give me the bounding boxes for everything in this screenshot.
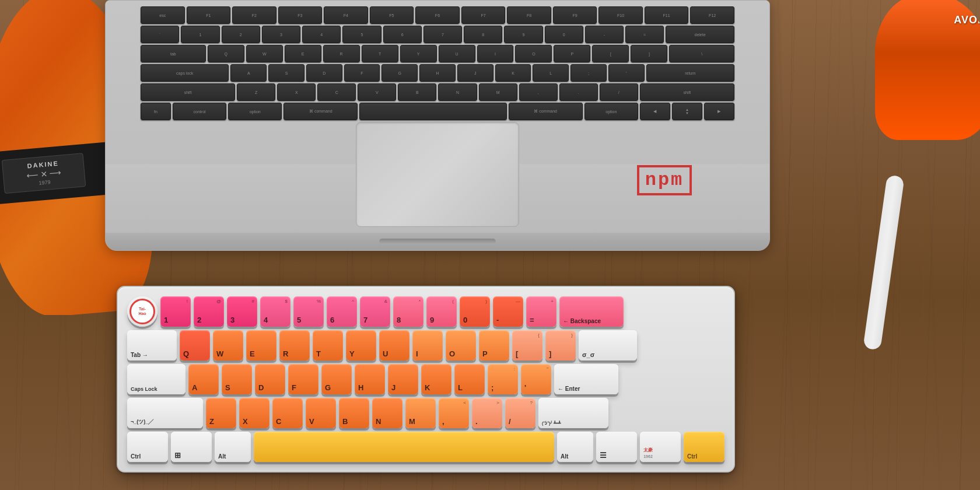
key-taihao-logo[interactable]: Tai-Hao: [127, 296, 158, 327]
lkey-n: N: [438, 83, 477, 101]
key-t[interactable]: T: [313, 330, 343, 360]
lkey-v: V: [358, 83, 396, 101]
lkey-left: ◀: [640, 103, 670, 120]
key-emoticon-right[interactable]: σ_σ: [579, 330, 637, 360]
key-p[interactable]: P: [479, 330, 509, 360]
key-y[interactable]: Y: [346, 330, 376, 360]
key-rshift[interactable]: (°ʖ°)╯ ┻━┻: [538, 398, 608, 428]
key-k[interactable]: K: [421, 364, 452, 394]
lkey-rbracket: ]: [631, 45, 667, 62]
key-taihao-1962[interactable]: 太豪1962: [640, 432, 681, 462]
key-menu[interactable]: ☰: [596, 432, 637, 462]
key-7[interactable]: & 7: [360, 296, 390, 327]
key-6[interactable]: ^ 6: [327, 296, 357, 327]
key-equals[interactable]: + =: [526, 296, 556, 327]
key-enter[interactable]: ← Enter: [554, 364, 618, 394]
key-e[interactable]: E: [246, 330, 276, 360]
key-i[interactable]: I: [412, 330, 443, 360]
key-z[interactable]: Z: [206, 398, 236, 428]
key-lshift[interactable]: ¬_(ツ)_╱: [127, 398, 203, 428]
key-j-label: J: [391, 383, 396, 392]
lkey-f8: F8: [507, 6, 551, 24]
key-f-label: F: [292, 383, 296, 392]
key-period[interactable]: > .: [472, 398, 502, 428]
key-4-main: 4: [264, 316, 268, 324]
key-caps-lock[interactable]: Caps Lock: [127, 364, 186, 394]
key-minus-main: -: [496, 316, 499, 324]
key-q[interactable]: Q: [180, 330, 210, 360]
taihao-inner-logo: Tai-Hao: [130, 299, 155, 324]
key-j[interactable]: J: [388, 364, 418, 394]
key-backspace[interactable]: ← Backspace: [559, 296, 624, 327]
key-alt-left-label: Alt: [218, 453, 226, 460]
key-2[interactable]: @ 2: [194, 296, 224, 327]
key-v[interactable]: V: [306, 398, 336, 428]
key-emoticon-right-label: σ_σ: [582, 351, 594, 358]
key-9[interactable]: ( 9: [426, 296, 457, 327]
lkey-4: 4: [302, 26, 341, 43]
key-3[interactable]: # 3: [227, 296, 257, 327]
key-d[interactable]: D: [255, 364, 285, 394]
key-5[interactable]: % 5: [293, 296, 324, 327]
key-m[interactable]: M: [405, 398, 436, 428]
laptop: esc F1 F2 F3 F4 F5 F6 F7 F8 F9 F10 F11 F…: [105, 0, 770, 251]
key-1-main: 1: [164, 316, 168, 324]
key-win[interactable]: ⊞: [171, 432, 212, 462]
key-n[interactable]: N: [372, 398, 402, 428]
key-1[interactable]: ! 1: [160, 296, 191, 327]
lkey-f6: F6: [415, 6, 460, 24]
key-space[interactable]: [254, 432, 554, 462]
lkey-l: L: [533, 64, 569, 82]
key-4[interactable]: $ 4: [260, 296, 290, 327]
key-b[interactable]: B: [339, 398, 369, 428]
key-tab[interactable]: Tab →: [127, 330, 177, 360]
key-8[interactable]: * 8: [393, 296, 424, 327]
key-o[interactable]: O: [446, 330, 476, 360]
key-e-label: E: [250, 349, 255, 358]
key-x-label: X: [243, 417, 248, 426]
key-a[interactable]: A: [188, 364, 219, 394]
key-l[interactable]: L: [454, 364, 485, 394]
lkey-period: .: [559, 83, 598, 101]
lkey-caps: caps lock: [141, 64, 229, 82]
lkey-slash: /: [600, 83, 638, 101]
key-comma[interactable]: < ,: [439, 398, 469, 428]
key-ctrl-left[interactable]: Ctrl: [127, 432, 168, 462]
key-rbracket-top: }: [571, 332, 573, 338]
key-x[interactable]: X: [239, 398, 270, 428]
key-c[interactable]: C: [272, 398, 303, 428]
key-minus[interactable]: — -: [493, 296, 523, 327]
npm-logo-box: npm: [637, 165, 692, 195]
key-u[interactable]: U: [379, 330, 410, 360]
key-8-main: 8: [397, 316, 401, 324]
laptop-fn-row: esc F1 F2 F3 F4 F5 F6 F7 F8 F9 F10 F11 F…: [141, 6, 734, 24]
kb-row-numbers: Tai-Hao ! 1 @ 2 # 3 $ 4 % 5: [127, 296, 724, 327]
key-period-top: >: [496, 400, 499, 405]
key-ctrl-right[interactable]: Ctrl: [684, 432, 724, 462]
key-rbracket[interactable]: } ]: [545, 330, 576, 360]
key-m-label: M: [409, 417, 415, 426]
key-0[interactable]: ) 0: [460, 296, 490, 327]
laptop-bottom-row: fn control option ⌘ command ⌘ command op…: [141, 103, 734, 120]
key-lbracket[interactable]: { [: [512, 330, 542, 360]
key-g[interactable]: G: [321, 364, 352, 394]
key-semicolon[interactable]: : ;: [488, 364, 518, 394]
laptop-zxcv-row: shift Z X C V B N M , . / shift: [141, 83, 734, 101]
lkey-backslash: \: [669, 45, 734, 62]
lkey-j: J: [457, 64, 494, 82]
key-h[interactable]: H: [355, 364, 385, 394]
laptop-trackpad[interactable]: [356, 122, 519, 227]
lkey-control: control: [173, 103, 226, 120]
key-alt-right[interactable]: Alt: [557, 432, 593, 462]
key-slash[interactable]: ? /: [505, 398, 536, 428]
key-f[interactable]: F: [288, 364, 318, 394]
lkey-f2: F2: [232, 6, 276, 24]
key-quote[interactable]: " ': [521, 364, 551, 394]
key-alt-left[interactable]: Alt: [215, 432, 251, 462]
key-r[interactable]: R: [279, 330, 310, 360]
key-s[interactable]: S: [222, 364, 252, 394]
key-w[interactable]: W: [213, 330, 243, 360]
lkey-fn: fn: [141, 103, 171, 120]
key-minus-top: —: [516, 299, 520, 304]
ramen-cup-body: AVON: [875, 0, 980, 140]
